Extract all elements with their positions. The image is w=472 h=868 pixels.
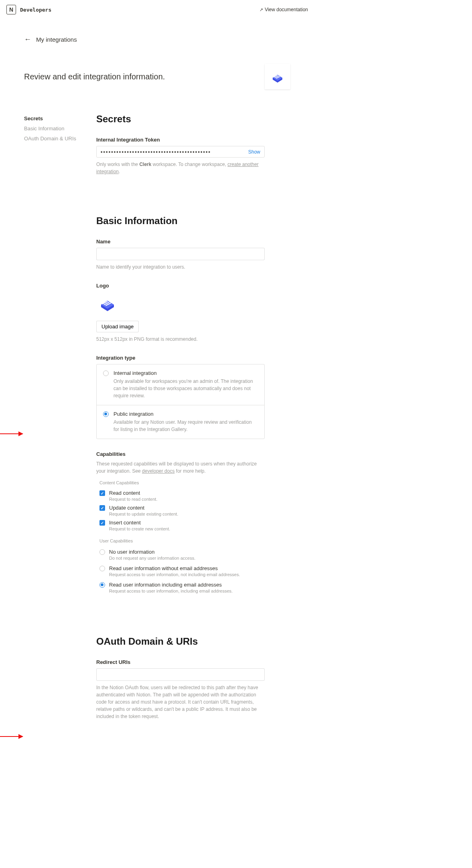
name-help: Name to identify your integration to use… — [96, 263, 265, 271]
notion-logo-icon: N — [6, 5, 16, 14]
oauth-heading: OAuth Domain & URIs — [96, 636, 265, 647]
integration-type-field: Integration type Internal integration On… — [96, 355, 265, 439]
name-label: Name — [96, 239, 265, 245]
token-masked-value: ••••••••••••••••••••••••••••••••••••••••… — [101, 149, 211, 155]
radio-user-info-with-email[interactable]: Read user information including email ad… — [96, 579, 265, 596]
developer-docs-link[interactable]: developer docs — [142, 468, 174, 474]
checkbox-icon — [99, 490, 105, 496]
radio-title: No user information — [109, 549, 195, 555]
annotation-2: 2 — [0, 729, 23, 744]
arrow-right-icon — [0, 736, 23, 737]
user-capabilities-heading: User Capabilities — [99, 538, 265, 543]
redirect-uris-field: Redirect URIs In the Notion OAuth flow, … — [96, 659, 265, 720]
radio-title: Internal integration — [113, 370, 258, 376]
redirect-uris-label: Redirect URIs — [96, 659, 265, 665]
redirect-uris-input[interactable] — [96, 668, 265, 681]
clerk-icon — [270, 69, 285, 84]
check-desc: Request to update existing content. — [109, 512, 178, 516]
radio-icon — [103, 411, 109, 417]
view-documentation-link[interactable]: ↗ View documentation — [259, 7, 308, 12]
checkbox-icon — [99, 520, 105, 526]
token-help-pre: Only works with the — [96, 162, 139, 167]
radio-internal-integration[interactable]: Internal integration Only available for … — [97, 364, 264, 405]
clerk-icon — [98, 293, 117, 313]
integration-type-label: Integration type — [96, 355, 265, 361]
cap-help-post: for more help. — [174, 468, 205, 474]
capabilities-label: Capabilities — [96, 451, 265, 457]
logo-preview — [96, 292, 119, 314]
breadcrumb[interactable]: ← My integrations — [24, 35, 290, 44]
page-body: ← My integrations Review and edit integr… — [0, 19, 314, 756]
token-help-mid: workspace. To change workspace, — [151, 162, 227, 167]
logo-label: Logo — [96, 283, 265, 289]
radio-no-user-info[interactable]: No user informationDo not request any us… — [96, 546, 265, 563]
token-help-workspace: Clerk — [139, 162, 151, 167]
integration-logo-card — [265, 64, 290, 89]
content-row: Secrets Basic Information OAuth Domain &… — [24, 113, 290, 732]
external-link-icon: ↗ — [259, 7, 263, 12]
token-help-post: . — [119, 169, 120, 174]
radio-title: Public integration — [113, 411, 258, 417]
radio-icon — [99, 549, 105, 555]
token-box: ••••••••••••••••••••••••••••••••••••••••… — [96, 146, 265, 158]
view-docs-text: View documentation — [265, 7, 308, 12]
radio-icon — [99, 566, 105, 571]
name-input[interactable] — [96, 248, 265, 260]
title-row: Review and edit integration information. — [24, 64, 290, 89]
redirect-uris-help: In the Notion OAuth flow, users will be … — [96, 684, 265, 720]
capabilities-field: Capabilities These requested capabilitie… — [96, 451, 265, 596]
header-left: N Developers — [6, 5, 51, 14]
token-field: Internal Integration Token •••••••••••••… — [96, 137, 265, 175]
radio-public-integration[interactable]: Public integration Available for any Not… — [97, 405, 264, 439]
integration-type-group: Internal integration Only available for … — [96, 364, 265, 439]
show-token-button[interactable]: Show — [248, 149, 260, 155]
sidebar-item-oauth-domain-uris[interactable]: OAuth Domain & URIs — [24, 134, 80, 144]
back-arrow-icon: ← — [24, 35, 31, 44]
radio-user-info-no-email[interactable]: Read user information without email addr… — [96, 563, 265, 579]
check-desc: Request to create new content. — [109, 526, 170, 531]
developers-label: Developers — [20, 7, 51, 13]
radio-desc: Request access to user information, not … — [109, 572, 240, 577]
logo-help: 512px x 512px in PNG format is recommend… — [96, 336, 265, 343]
token-help: Only works with the Clerk workspace. To … — [96, 161, 265, 175]
upload-image-button[interactable]: Upload image — [96, 321, 139, 332]
secrets-heading: Secrets — [96, 113, 265, 125]
radio-icon — [99, 582, 105, 588]
sidebar-item-basic-information[interactable]: Basic Information — [24, 123, 80, 134]
check-title: Insert content — [109, 520, 170, 526]
page-title: Review and edit integration information. — [24, 72, 165, 81]
checkbox-insert-content[interactable]: Insert contentRequest to create new cont… — [96, 518, 265, 533]
breadcrumb-label: My integrations — [36, 36, 77, 43]
name-field: Name Name to identify your integration t… — [96, 239, 265, 271]
check-title: Update content — [109, 505, 178, 511]
sidebar-item-secrets[interactable]: Secrets — [24, 113, 80, 123]
radio-desc: Do not request any user information acce… — [109, 556, 195, 560]
content-capabilities-heading: Content Capabilities — [99, 480, 265, 485]
check-desc: Request to read content. — [109, 497, 157, 502]
radio-desc: Request access to user information, incl… — [109, 589, 233, 593]
token-label: Internal Integration Token — [96, 137, 265, 143]
capabilities-help: These requested capabilities will be dis… — [96, 460, 265, 475]
basic-info-heading: Basic Information — [96, 215, 265, 227]
arrow-right-icon — [0, 433, 23, 434]
radio-desc: Only available for workspaces you're an … — [113, 378, 258, 399]
radio-title: Read user information without email addr… — [109, 565, 240, 571]
radio-desc: Available for any Notion user. May requi… — [113, 419, 258, 433]
main-column: Secrets Internal Integration Token •••••… — [96, 113, 265, 732]
annotation-1: 1 — [0, 426, 23, 441]
radio-icon — [103, 370, 109, 376]
checkbox-read-content[interactable]: Read contentRequest to read content. — [96, 488, 265, 503]
checkbox-update-content[interactable]: Update contentRequest to update existing… — [96, 503, 265, 518]
settings-sidebar: Secrets Basic Information OAuth Domain &… — [24, 113, 80, 732]
radio-title: Read user information including email ad… — [109, 582, 233, 588]
checkbox-icon — [99, 505, 105, 511]
app-header: N Developers ↗ View documentation — [0, 0, 314, 19]
check-title: Read content — [109, 490, 157, 496]
logo-field: Logo Upload image 512px x 512px in PNG f… — [96, 283, 265, 343]
